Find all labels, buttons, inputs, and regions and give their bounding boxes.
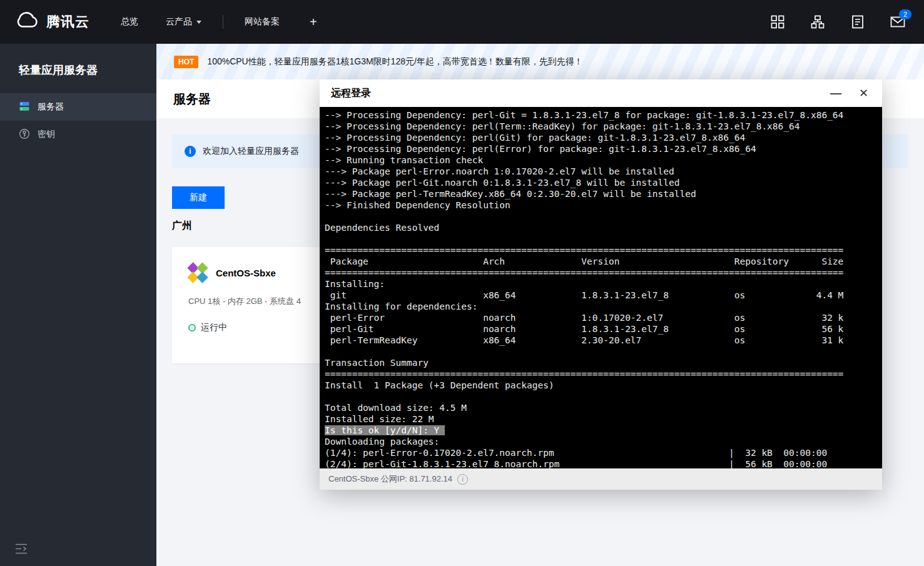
terminal-line: --> Processing Dependency: perl(Term::Re… (325, 121, 877, 132)
terminal-line: --> Processing Dependency: perl-Git = 1.… (325, 109, 877, 121)
sidebar-item-keys[interactable]: 密钥 (0, 121, 156, 148)
terminal-line: Installing: (325, 278, 877, 290)
remote-login-modal: 远程登录 — ✕ --> Processing Dependency: perl… (320, 79, 882, 490)
terminal-line: --> Running transaction check (325, 154, 877, 166)
terminal-line (325, 211, 877, 222)
terminal-line: (1/4): perl-Error-0.17020-2.el7.noarch.r… (325, 447, 877, 458)
close-icon[interactable]: ✕ (859, 88, 868, 99)
tencent-cloud-logo-icon (14, 12, 40, 32)
nav-item-icp[interactable]: 网站备案 (231, 0, 293, 44)
mail-icon[interactable]: 2 (890, 14, 905, 29)
terminal-line: --> Processing Dependency: perl(Git) for… (325, 132, 877, 143)
region-label[interactable]: 广州 (172, 220, 192, 233)
nav-item-products[interactable]: 云产品 (152, 0, 215, 44)
terminal-line (325, 233, 877, 245)
nav-item-overview[interactable]: 总览 (107, 0, 152, 44)
mail-badge: 2 (899, 9, 911, 19)
sidebar-collapse-icon[interactable] (15, 543, 29, 555)
terminal-line: Total download size: 4.5 M (325, 402, 877, 413)
terminal-line: ---> Package perl-Git.noarch 0:1.8.3.1-2… (325, 177, 877, 188)
server-name: CentOS-Sbxe (216, 268, 276, 278)
brand-name: 腾讯云 (46, 13, 89, 31)
terminal-line (325, 346, 877, 357)
terminal-line (325, 391, 877, 402)
sidebar: 轻量应用服务器 服务器 密钥 (0, 44, 156, 566)
terminal-line: Package Arch Version Repository Size (325, 256, 877, 267)
status-running-icon (188, 324, 196, 331)
welcome-notice-text: 欢迎加入轻量应用服务器 (203, 146, 299, 157)
terminal-line: perl-TermReadKey x86_64 2.30-20.el7 os 3… (325, 335, 877, 346)
page-title: 服务器 (173, 91, 211, 108)
terminal-line: Dependencies Resolved (325, 222, 877, 233)
terminal-line: Installing for dependencies: (325, 301, 877, 312)
minimize-button[interactable]: — (830, 88, 841, 99)
terminal-line: perl-Git noarch 1.8.3.1-23.el7_8 os 56 k (325, 323, 877, 335)
centos-logo-icon (188, 263, 207, 282)
nav-add-tab-button[interactable]: + (293, 0, 333, 44)
create-server-button[interactable]: 新建 (172, 186, 225, 209)
server-icon (19, 101, 30, 114)
top-nav-menu: 总览 云产品 网站备案 + (107, 0, 333, 44)
terminal-line: Installed size: 22 M (325, 413, 877, 425)
terminal-line: --> Processing Dependency: perl(Error) f… (325, 143, 877, 154)
top-navbar: 腾讯云 总览 云产品 网站备案 + (0, 0, 924, 44)
hot-badge: HOT (174, 56, 198, 68)
brand[interactable]: 腾讯云 (14, 12, 89, 32)
apps-grid-icon[interactable] (770, 14, 785, 29)
terminal-line: ---> Package perl-Error.noarch 1:0.17020… (325, 166, 877, 177)
info-circle-icon[interactable] (457, 474, 468, 485)
terminal[interactable]: --> Processing Dependency: perl-Git = 1.… (320, 107, 882, 468)
terminal-line: ========================================… (325, 267, 877, 278)
terminal-line: git x86_64 1.8.3.1-23.el7_8 os 4.4 M (325, 290, 877, 301)
nav-item-products-label: 云产品 (166, 16, 192, 28)
terminal-line: Transaction Summary (325, 357, 877, 368)
topnav-icon-group: 2 (770, 14, 905, 29)
chevron-down-icon (196, 21, 201, 24)
terminal-line: ========================================… (325, 368, 877, 380)
terminal-line: ========================================… (325, 245, 877, 256)
sidebar-item-servers[interactable]: 服务器 (0, 93, 156, 121)
promo-text: 100%CPU性能，轻量应用服务器1核1G3M限时128元/年起，高带宽首选！数… (207, 56, 583, 68)
modal-title: 远程登录 (331, 87, 371, 100)
terminal-line: ---> Package perl-TermReadKey.x86_64 0:2… (325, 188, 877, 200)
terminal-line: (2/4): perl-Git-1.8.3.1-23.el7_8.noarch.… (325, 458, 877, 468)
info-icon (185, 146, 196, 157)
sidebar-item-label: 服务器 (38, 101, 64, 113)
workflow-icon[interactable] (810, 14, 825, 29)
server-public-ip: CentOS-Sbxe 公网IP: 81.71.92.14 (328, 473, 452, 485)
terminal-line: perl-Error noarch 1:0.17020-2.el7 os 32 … (325, 312, 877, 323)
nav-divider (223, 15, 223, 29)
terminal-line: Downloading packages: (325, 436, 877, 447)
document-icon[interactable] (850, 14, 865, 29)
modal-footer: CentOS-Sbxe 公网IP: 81.71.92.14 (320, 468, 882, 490)
terminal-line: --> Finished Dependency Resolution (325, 200, 877, 211)
key-icon (19, 128, 30, 141)
terminal-line: Is this ok [y/d/N]: Y (325, 425, 877, 436)
sidebar-item-label: 密钥 (38, 129, 55, 140)
terminal-line: Install 1 Package (+3 Dependent packages… (325, 380, 877, 391)
sidebar-title: 轻量应用服务器 (0, 44, 156, 93)
promo-banner[interactable]: HOT 100%CPU性能，轻量应用服务器1核1G3M限时128元/年起，高带宽… (156, 44, 924, 79)
status-badge: 运行中 (201, 322, 227, 333)
modal-header: 远程登录 — ✕ (320, 79, 882, 107)
